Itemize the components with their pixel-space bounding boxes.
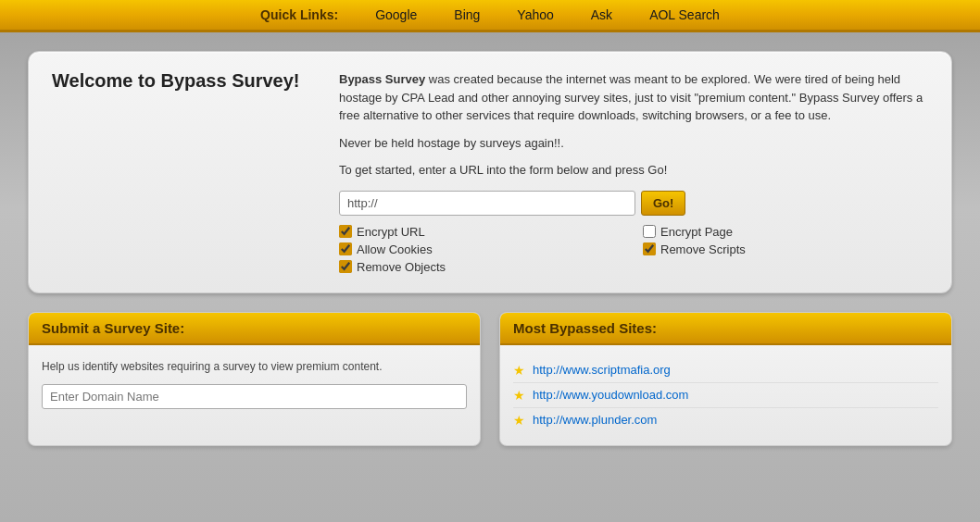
submit-description: Help us identify websites requiring a su… xyxy=(42,358,467,375)
star-icon: ★ xyxy=(513,413,525,428)
tagline-text: Never be held hostage by surveys again!!… xyxy=(339,134,928,153)
checkbox-remove-objects-input[interactable] xyxy=(339,260,352,273)
url-form: Go! xyxy=(339,191,928,216)
checkbox-allow-cookies-label: Allow Cookies xyxy=(357,242,433,256)
checkbox-remove-scripts-input[interactable] xyxy=(643,242,656,255)
checkbox-grid: Encrypt URL Encrypt Page Allow Cookies R… xyxy=(339,225,928,274)
checkbox-remove-scripts-label: Remove Scripts xyxy=(660,242,746,256)
nav-link-aol[interactable]: AOL Search xyxy=(649,7,720,22)
checkbox-encrypt-page-label: Encrypt Page xyxy=(660,225,733,239)
checkbox-remove-objects-label: Remove Objects xyxy=(357,260,446,274)
nav-link-bing[interactable]: Bing xyxy=(454,7,480,22)
url-input[interactable] xyxy=(339,191,635,216)
cta-text: To get started, enter a URL into the for… xyxy=(339,161,928,180)
bottom-panels: Submit a Survey Site: Help us identify w… xyxy=(28,312,952,446)
submit-panel: Submit a Survey Site: Help us identify w… xyxy=(28,312,481,446)
site-link-3[interactable]: http://www.plunder.com xyxy=(533,413,657,427)
list-item: ★ http://www.plunder.com xyxy=(513,408,938,432)
checkbox-encrypt-page-input[interactable] xyxy=(643,225,656,238)
checkbox-allow-cookies[interactable]: Allow Cookies xyxy=(339,242,624,256)
domain-input[interactable] xyxy=(42,384,467,409)
checkbox-remove-scripts[interactable]: Remove Scripts xyxy=(643,242,928,256)
star-icon: ★ xyxy=(513,363,525,378)
checkbox-allow-cookies-input[interactable] xyxy=(339,242,352,255)
checkbox-encrypt-page[interactable]: Encrypt Page xyxy=(643,225,928,239)
checkbox-remove-objects[interactable]: Remove Objects xyxy=(339,260,624,274)
bypassed-panel-body: ★ http://www.scriptmafia.org ★ http://ww… xyxy=(500,345,951,445)
bypassed-panel: Most Bypassed Sites: ★ http://www.script… xyxy=(499,312,952,446)
site-link-1[interactable]: http://www.scriptmafia.org xyxy=(533,363,671,377)
main-content: Welcome to Bypass Survey! Bypass Survey … xyxy=(0,32,980,465)
submit-panel-header: Submit a Survey Site: xyxy=(29,313,480,345)
nav-link-google[interactable]: Google xyxy=(375,7,417,22)
nav-link-ask[interactable]: Ask xyxy=(591,7,612,22)
welcome-left: Welcome to Bypass Survey! xyxy=(52,70,311,274)
submit-panel-body: Help us identify websites requiring a su… xyxy=(29,345,480,422)
brand-name: Bypass Survey xyxy=(339,72,425,86)
bypassed-list: ★ http://www.scriptmafia.org ★ http://ww… xyxy=(513,358,938,432)
welcome-card: Welcome to Bypass Survey! Bypass Survey … xyxy=(28,51,952,293)
list-item: ★ http://www.youdownload.com xyxy=(513,383,938,408)
star-icon: ★ xyxy=(513,388,525,403)
checkbox-encrypt-url[interactable]: Encrypt URL xyxy=(339,225,624,239)
welcome-title: Welcome to Bypass Survey! xyxy=(52,70,311,92)
top-nav: Quick Links: Google Bing Yahoo Ask AOL S… xyxy=(0,0,980,32)
checkbox-encrypt-url-input[interactable] xyxy=(339,225,352,238)
list-item: ★ http://www.scriptmafia.org xyxy=(513,358,938,383)
nav-link-yahoo[interactable]: Yahoo xyxy=(517,7,553,22)
intro-text: was created because the internet was mea… xyxy=(339,72,923,122)
welcome-right: Bypass Survey was created because the in… xyxy=(339,70,928,274)
intro-paragraph: Bypass Survey was created because the in… xyxy=(339,70,928,125)
bypassed-panel-header: Most Bypassed Sites: xyxy=(500,313,951,345)
go-button[interactable]: Go! xyxy=(641,191,685,216)
site-link-2[interactable]: http://www.youdownload.com xyxy=(533,388,688,402)
checkbox-encrypt-url-label: Encrypt URL xyxy=(357,225,425,239)
quick-links-label: Quick Links: xyxy=(260,7,338,22)
